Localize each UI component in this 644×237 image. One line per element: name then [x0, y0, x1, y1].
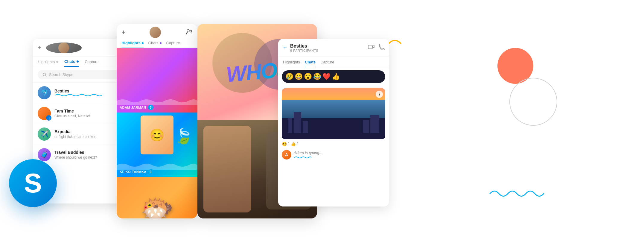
panel2-tabs: Highlights Chats Capture — [117, 41, 197, 48]
tab-capture[interactable]: Capture — [85, 59, 98, 67]
messages-area: ℹ 😊 2 👍 2 A Adam is typing... — [278, 86, 389, 164]
reaction-wow[interactable]: 😮 — [304, 73, 312, 80]
blue-squiggle — [488, 186, 548, 201]
wave-decoration — [117, 161, 197, 170]
typing-user-avatar: A — [282, 150, 291, 159]
tab-chats[interactable]: Chats — [64, 59, 79, 67]
group-icon: 👥 — [46, 115, 51, 121]
skype-logo: S — [9, 159, 57, 207]
story-author-label: KEIKO TANAKA 1 — [120, 169, 154, 174]
search-icon — [42, 73, 47, 77]
tab-capture-besties[interactable]: Capture — [320, 57, 334, 67]
svg-rect-9 — [368, 45, 372, 49]
video-call-button[interactable] — [368, 44, 374, 52]
panel4-tabs: Highlights Chats Capture — [278, 57, 389, 67]
back-button[interactable]: ← — [282, 45, 288, 51]
svg-point-6 — [43, 73, 46, 76]
new-chat-button[interactable]: + — [38, 44, 41, 51]
mobile-highlights-panel: + Highlights Chats Capture — [117, 24, 197, 218]
svg-point-8 — [190, 30, 192, 32]
photo-info-icon[interactable]: ℹ — [376, 91, 383, 98]
tab-highlights-besties[interactable]: Highlights — [283, 57, 300, 67]
reaction-item[interactable]: 😊 2 — [282, 142, 290, 146]
typing-text: Adam is typing... — [294, 151, 322, 155]
avatar: 👥 — [38, 107, 51, 120]
story-item[interactable]: 😊 🍃 KEIKO TANAKA 1 — [117, 113, 197, 177]
svg-point-7 — [187, 30, 189, 32]
tab-highlights-mobile[interactable]: Highlights — [121, 41, 144, 48]
chat-title-area: Besties 6 PARTICIPANTS — [290, 43, 366, 52]
reactions-bar: 😢 😄 😮 😂 ❤️ 👍 — [282, 70, 385, 83]
besties-chat-panel: ← Besties 6 PARTICIPANTS Highlights C — [278, 39, 389, 206]
chat-title: Besties — [290, 43, 366, 49]
user-avatar[interactable] — [150, 27, 161, 38]
wave-decoration — [117, 96, 197, 105]
reaction-laugh[interactable]: 😂 — [313, 73, 321, 80]
photo-message[interactable]: ℹ — [282, 88, 385, 139]
squiggle-decoration — [54, 93, 102, 97]
reaction-thumbsup[interactable]: 👍 — [332, 73, 340, 80]
decorative-gray-circle — [509, 78, 557, 126]
message-reactions: 😊 2 👍 2 — [282, 142, 385, 146]
story-author-label: ADAM JARMAN 3 — [120, 105, 153, 110]
avatar: 🐬 — [38, 86, 51, 99]
participants-count: 6 PARTICIPANTS — [290, 49, 366, 52]
reaction-heart[interactable]: ❤️ — [322, 73, 331, 80]
story-item[interactable]: ADAM JARMAN 3 — [117, 48, 197, 113]
avatar: 🧳 — [38, 148, 51, 161]
story-item[interactable]: 🐡 — [117, 177, 197, 218]
user-avatar[interactable] — [46, 42, 82, 53]
contacts-icon[interactable] — [185, 28, 193, 37]
avatar: ✈️ — [38, 127, 51, 141]
typing-indicator: A Adam is typing... — [282, 148, 385, 162]
typing-squiggle — [294, 156, 312, 159]
tab-capture-mobile[interactable]: Capture — [166, 41, 180, 48]
call-button[interactable] — [378, 44, 385, 52]
tab-highlights[interactable]: Highlights — [38, 59, 58, 67]
skype-s-letter: S — [24, 170, 42, 197]
panel2-header: + — [117, 24, 197, 41]
reaction-happy[interactable]: 😄 — [295, 73, 303, 80]
reaction-sad[interactable]: 😢 — [285, 73, 293, 80]
plus-button[interactable]: + — [121, 28, 125, 36]
tab-chats-mobile[interactable]: Chats — [148, 41, 162, 48]
panel4-header: ← Besties 6 PARTICIPANTS — [278, 39, 389, 57]
reaction-item[interactable]: 👍 2 — [291, 142, 299, 146]
tab-chats-besties[interactable]: Chats — [305, 57, 316, 67]
